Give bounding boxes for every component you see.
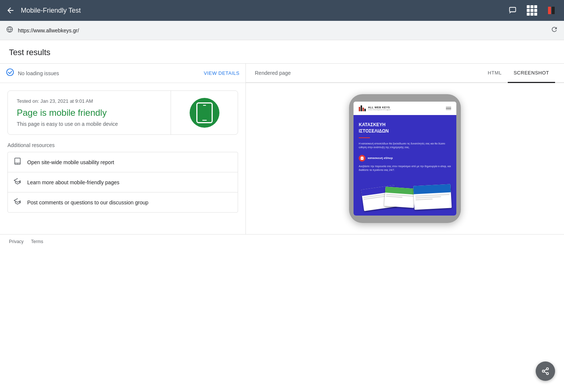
top-icons	[506, 4, 558, 17]
mock-eshop-desc: Ανεβάστε την παρουσία σας στον παγκόσμιο…	[359, 165, 451, 172]
apps-button[interactable]	[525, 4, 539, 17]
terms-link[interactable]: Terms	[31, 239, 43, 244]
page-heading: Mobile-Friendly Test	[21, 7, 506, 15]
check-circle-icon	[6, 68, 14, 78]
resources-list: Open site-wide mobile usability report L…	[7, 152, 238, 213]
issues-bar: No loading issues VIEW DETAILS	[0, 64, 245, 83]
mock-logo: ALL WEB KEYS online development & suppor…	[359, 105, 391, 111]
url-bar: https://www.allwebkeys.gr/	[0, 21, 564, 40]
school-icon-1	[14, 178, 21, 187]
mock-hero-divider	[359, 137, 370, 138]
apps-grid-icon	[527, 5, 537, 16]
rendered-page-label: Rendered page	[255, 70, 482, 76]
result-card: Tested on: Jan 23, 2021 at 9:01 AM Page …	[7, 90, 238, 135]
back-button[interactable]	[6, 6, 15, 15]
main-content: No loading issues VIEW DETAILS Tested on…	[0, 64, 564, 235]
phone-mockup: ALL WEB KEYS online development & suppor…	[349, 94, 461, 223]
svg-point-2	[7, 69, 13, 76]
resource-item-learn[interactable]: Learn more about mobile-friendly pages	[8, 172, 238, 192]
mock-hamburger-icon	[446, 107, 451, 110]
phone-screen: ALL WEB KEYS online development & suppor…	[354, 102, 456, 216]
mock-logo-sub: online development & support	[368, 109, 391, 111]
phone-shape-icon	[196, 102, 213, 123]
result-card-content: Tested on: Jan 23, 2021 at 9:01 AM Page …	[8, 91, 171, 134]
mock-hero-title: ΚΑΤΑΣΚΕΥΗ ΙΣΤΟΣΕΛΙΔΩΝ	[359, 122, 451, 134]
mock-eshop-label: κατασκευή eShop	[368, 156, 393, 160]
profile-button[interactable]	[545, 4, 558, 17]
resource-discussion-label: Post comments or questions to our discus…	[27, 200, 148, 205]
mobile-friendly-title: Page is mobile friendly	[17, 108, 162, 118]
mock-logo-bars	[359, 105, 366, 111]
tablet-icon	[14, 157, 21, 167]
left-panel: No loading issues VIEW DETAILS Tested on…	[0, 64, 246, 234]
result-area: Tested on: Jan 23, 2021 at 9:01 AM Page …	[0, 83, 245, 142]
right-panel: Rendered page HTML SCREENSHOT	[246, 64, 564, 234]
additional-resources-section: Additional resources Open site-wide mobi…	[0, 142, 245, 220]
svg-rect-0	[510, 7, 516, 12]
profile-icon	[548, 7, 555, 14]
mock-site-header: ALL WEB KEYS online development & suppor…	[354, 102, 456, 115]
mock-screen-front	[413, 184, 451, 210]
mock-logo-main: ALL WEB KEYS	[368, 106, 391, 109]
mock-logo-text: ALL WEB KEYS online development & suppor…	[368, 106, 391, 111]
resource-item-usability[interactable]: Open site-wide mobile usability report	[8, 152, 238, 172]
mobile-friendly-desc: This page is easy to use on a mobile dev…	[17, 121, 162, 127]
tested-on-text: Tested on: Jan 23, 2021 at 9:01 AM	[17, 98, 162, 104]
feedback-button[interactable]	[506, 4, 519, 17]
mock-eshop-badge	[359, 155, 365, 162]
globe-icon	[6, 26, 13, 35]
tab-screenshot[interactable]: SCREENSHOT	[508, 64, 555, 83]
school-icon-2	[14, 198, 21, 207]
additional-resources-title: Additional resources	[7, 142, 238, 148]
mock-screens	[359, 175, 451, 209]
privacy-link[interactable]: Privacy	[9, 239, 23, 244]
mock-screen-back-2	[384, 187, 415, 208]
page-footer: Privacy Terms	[0, 235, 564, 249]
mobile-friendly-icon	[190, 98, 219, 128]
no-loading-issues-text: No loading issues	[18, 70, 200, 76]
refresh-button[interactable]	[551, 26, 558, 35]
resource-usability-label: Open site-wide mobile usability report	[27, 159, 114, 165]
page-header: Test results	[0, 40, 564, 64]
svg-rect-3	[15, 158, 20, 165]
mock-hero-desc: Η κατασκευή ιστοσελίδων θα ξεκλείδωσει τ…	[359, 142, 451, 150]
result-card-icon-area	[171, 91, 238, 134]
resource-learn-label: Learn more about mobile-friendly pages	[27, 179, 119, 185]
url-text: https://www.allwebkeys.gr/	[18, 28, 546, 34]
phone-preview-area: ALL WEB KEYS online development & suppor…	[246, 83, 564, 234]
mock-eshop-row: κατασκευή eShop	[359, 155, 451, 162]
resource-item-discussion[interactable]: Post comments or questions to our discus…	[8, 192, 238, 212]
tab-html[interactable]: HTML	[482, 64, 507, 83]
view-details-button[interactable]: VIEW DETAILS	[204, 70, 240, 76]
tab-bar: Rendered page HTML SCREENSHOT	[246, 64, 564, 83]
mock-hero-section: ΚΑΤΑΣΚΕΥΗ ΙΣΤΟΣΕΛΙΔΩΝ Η κατασκευή ιστοσε…	[354, 115, 456, 216]
page-title: Test results	[9, 48, 555, 57]
top-bar: Mobile-Friendly Test	[0, 0, 564, 21]
